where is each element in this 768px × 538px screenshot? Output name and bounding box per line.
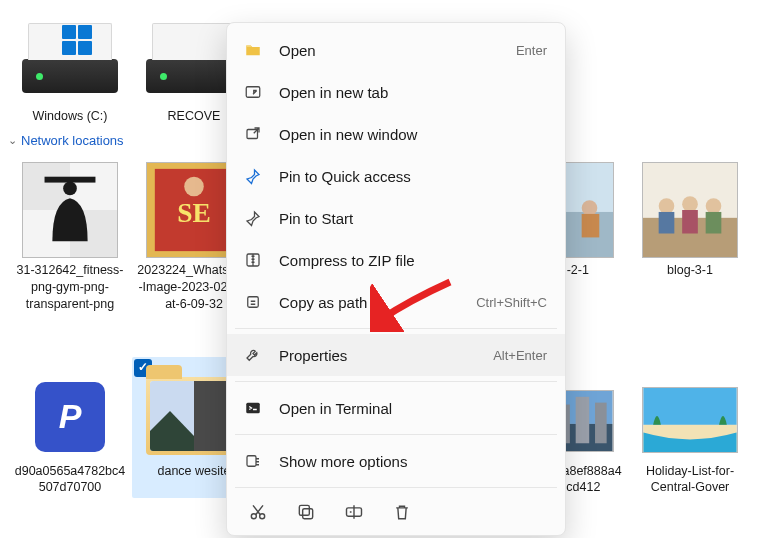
svg-rect-49 [247,456,256,467]
wrench-icon [243,345,263,365]
svg-point-17 [659,198,675,214]
menu-item-label: Pin to Quick access [279,168,547,185]
svg-point-18 [682,196,698,212]
svg-point-8 [184,177,204,197]
svg-point-50 [251,514,256,519]
menu-separator [235,487,557,488]
pin-icon [243,166,263,186]
menu-item-open[interactable]: OpenEnter [227,29,565,71]
newtab-icon [243,82,263,102]
svg-point-51 [260,514,265,519]
menu-item-label: Open in Terminal [279,400,547,417]
file-label: blog-3-1 [667,262,713,279]
svg-rect-4 [45,177,96,183]
menu-separator [235,381,557,382]
menu-item-compress-to-zip-file[interactable]: Compress to ZIP file [227,239,565,281]
svg-rect-21 [682,210,698,234]
delete-icon[interactable] [391,501,413,523]
menu-item-label: Pin to Start [279,210,547,227]
file-label: dance wesite [158,463,231,480]
section-label: Network locations [21,133,124,148]
file-label: Holiday-List-for-Central-Gover [632,463,748,497]
svg-rect-47 [248,297,259,308]
cut-icon[interactable] [247,501,269,523]
svg-rect-22 [706,212,722,234]
menu-item-label: Open in new window [279,126,547,143]
file-label: d90a0565a4782bc4507d70700 [12,463,128,497]
rename-icon[interactable] [343,501,365,523]
svg-text:SE: SE [177,198,211,228]
menu-icon-row [227,493,565,529]
menu-item-pin-to-quick-access[interactable]: Pin to Quick access [227,155,565,197]
file-item[interactable]: 31-312642_fitness-png-gym-png-transparen… [8,156,132,315]
newwindow-icon [243,124,263,144]
menu-separator [235,328,557,329]
zip-icon [243,250,263,270]
app-icon: P [35,382,105,452]
drive-windows-c[interactable]: Windows (C:) [8,2,132,127]
menu-item-label: Open [279,42,500,59]
drive-icon [22,59,118,93]
file-item[interactable]: P d90a0565a4782bc4507d70700 [8,357,132,499]
copy-icon[interactable] [295,501,317,523]
menu-item-label: Compress to ZIP file [279,252,547,269]
menu-item-accelerator: Alt+Enter [493,348,547,363]
svg-rect-14 [582,214,600,237]
file-item[interactable]: blog-3-1 [628,156,752,315]
menu-item-label: Copy as path [279,294,460,311]
menu-item-open-in-new-window[interactable]: Open in new window [227,113,565,155]
svg-rect-41 [595,402,607,443]
menu-item-label: Show more options [279,453,547,470]
file-label: 31-312642_fitness-png-gym-png-transparen… [12,262,128,313]
menu-item-open-in-terminal[interactable]: Open in Terminal [227,387,565,429]
terminal-icon [243,398,263,418]
menu-item-label: Open in new tab [279,84,547,101]
menu-item-pin-to-start[interactable]: Pin to Start [227,197,565,239]
copypath-icon [243,292,263,312]
svg-rect-52 [303,509,313,519]
menu-item-accelerator: Enter [516,43,547,58]
svg-point-3 [63,181,77,195]
menu-item-accelerator: Ctrl+Shift+C [476,295,547,310]
svg-point-19 [706,198,722,214]
context-menu: OpenEnterOpen in new tabOpen in new wind… [226,22,566,536]
more-icon [243,451,263,471]
menu-separator [235,434,557,435]
chevron-down-icon: ⌄ [8,134,17,147]
svg-point-13 [582,200,598,216]
menu-item-label: Properties [279,347,477,364]
menu-item-open-in-new-tab[interactable]: Open in new tab [227,71,565,113]
svg-rect-40 [576,396,590,442]
svg-rect-53 [299,505,309,515]
drive-label: RECOVE [168,108,221,125]
menu-item-properties[interactable]: PropertiesAlt+Enter [227,334,565,376]
pin2-icon [243,208,263,228]
svg-rect-48 [246,403,260,414]
folder-icon [243,40,263,60]
svg-rect-44 [246,87,260,98]
drive-label: Windows (C:) [32,108,107,125]
menu-item-copy-as-path[interactable]: Copy as pathCtrl+Shift+C [227,281,565,323]
file-item[interactable]: Holiday-List-for-Central-Gover [628,357,752,499]
svg-rect-20 [659,212,675,234]
menu-item-show-more-options[interactable]: Show more options [227,440,565,482]
